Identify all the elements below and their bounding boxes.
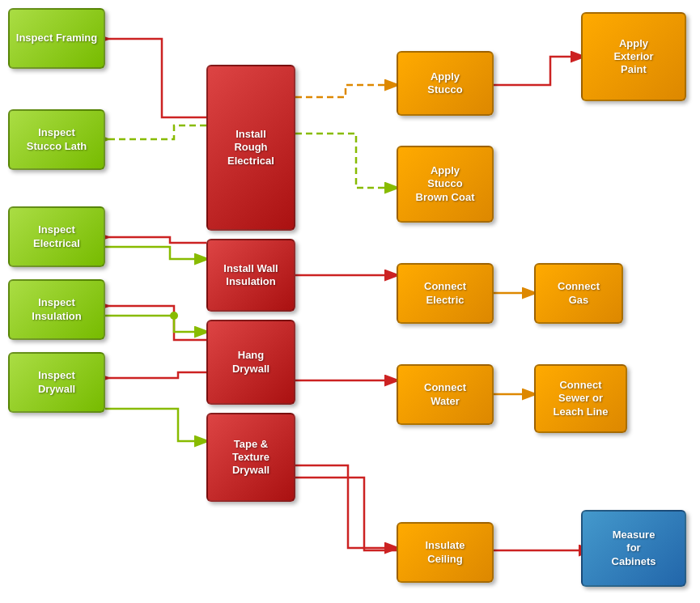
measure-cabinets-node: MeasureforCabinets [581,510,686,587]
apply-stucco-brown-node: ApplyStuccoBrown Coat [397,146,494,223]
svg-point-0 [170,312,178,320]
install-rough-electrical-node: InstallRoughElectrical [206,65,295,231]
connect-gas-node: ConnectGas [534,263,623,324]
insulate-ceiling-node: InsulateCeiling [397,522,494,583]
inspect-drywall-node: InspectDrywall [8,352,105,413]
apply-exterior-paint-node: ApplyExteriorPaint [581,12,686,101]
inspect-stucco-lath-node: InspectStucco Lath [8,109,105,170]
hang-drywall-node: HangDrywall [206,320,295,405]
inspect-framing-node: Inspect Framing [8,8,105,69]
inspect-insulation-node: InspectInsulation [8,279,105,340]
apply-stucco-node: ApplyStucco [397,51,494,116]
connect-sewer-node: ConnectSewer orLeach Line [534,364,627,433]
inspect-electrical-node: InspectElectrical [8,206,105,267]
diagram: Inspect Framing InspectStucco Lath Inspe… [0,0,700,603]
connect-water-node: ConnectWater [397,364,494,425]
tape-texture-drywall-node: Tape &TextureDrywall [206,413,295,502]
connect-electric-node: ConnectElectric [397,263,494,324]
install-wall-insulation-node: Install WallInsulation [206,239,295,312]
